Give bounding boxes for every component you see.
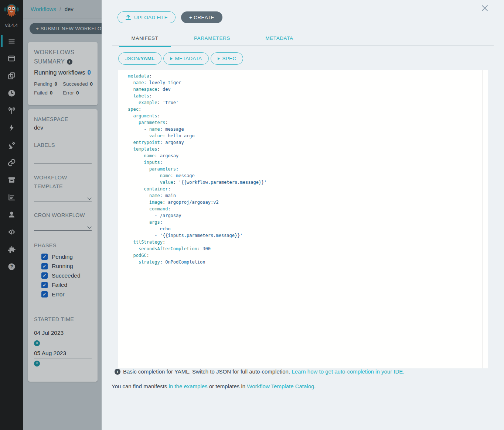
- phase-succeeded[interactable]: ✓Succeeded: [41, 271, 92, 281]
- started-time-label: STARTED TIME: [34, 315, 92, 324]
- modal-tabs: MANIFEST PARAMETERS METADATA: [119, 32, 321, 47]
- phases-label: PHASES: [34, 241, 92, 250]
- metadata-collapse-button[interactable]: METADATA: [163, 52, 209, 65]
- clock-icon: [7, 89, 16, 97]
- clear-end-date-button[interactable]: ×: [34, 361, 40, 367]
- namespace-label: NAMESPACE: [34, 115, 92, 124]
- rail-item-help[interactable]: ?: [0, 258, 23, 275]
- yaml-editor[interactable]: metadata: name: lovely-tiger namespace: …: [118, 70, 488, 368]
- yaml-editor-content: metadata: name: lovely-tiger namespace: …: [118, 70, 488, 265]
- close-modal-button[interactable]: [481, 4, 489, 13]
- box-icon: [7, 54, 16, 63]
- create-workflow-modal: UPLOAD FILE + CREATE MANIFEST PARAMETERS…: [102, 0, 504, 430]
- manifest-sources-note: You can find manifests in the examples o…: [112, 383, 316, 389]
- clear-start-date-button[interactable]: ×: [34, 340, 40, 346]
- tab-manifest[interactable]: MANIFEST: [119, 32, 171, 47]
- running-workflows-count: 0: [87, 69, 91, 76]
- checkbox-checked-icon[interactable]: ✓: [41, 263, 48, 269]
- workflow-template-catalog-link[interactable]: Workflow Template Catalog: [247, 383, 314, 389]
- manifest-subcontrols: JSON/YAML METADATA SPEC: [118, 52, 245, 65]
- link-icon: [7, 158, 16, 167]
- rail-item-cluster-workflow-templates[interactable]: [0, 67, 23, 85]
- stat-failed: Failed0: [34, 89, 63, 97]
- rail-item-event-flow[interactable]: [0, 102, 23, 119]
- breadcrumb-separator: /: [59, 6, 61, 13]
- rail-item-plugins[interactable]: [0, 241, 23, 258]
- filters-card: NAMESPACE dev LABELS WORKFLOW TEMPLATE C…: [28, 109, 98, 382]
- rail-item-events[interactable]: [0, 119, 23, 137]
- cron-workflow-select[interactable]: [34, 221, 92, 231]
- end-date-input[interactable]: 05 Aug 2023: [34, 350, 92, 358]
- rail-item-event-bus[interactable]: [0, 154, 23, 171]
- close-icon: [481, 4, 488, 12]
- code-icon: [7, 228, 16, 236]
- chevron-right-icon: [170, 57, 173, 60]
- tabs-divider: [112, 45, 494, 46]
- start-date-input[interactable]: 04 Jul 2023: [34, 330, 92, 338]
- examples-link[interactable]: in the examples: [169, 383, 208, 389]
- ide-autocompletion-link[interactable]: Learn how to get auto-completion in your…: [292, 368, 404, 375]
- broadcast-icon: [7, 106, 16, 115]
- left-shell: v3.4.4: [0, 0, 102, 430]
- upload-icon: [125, 14, 131, 20]
- running-workflows-label: Running workflows: [34, 69, 85, 76]
- argo-logo[interactable]: v3.4.4: [0, 0, 23, 28]
- checkbox-checked-icon[interactable]: ✓: [41, 254, 48, 260]
- chevron-down-icon: [87, 196, 91, 200]
- satellite-dish-icon: [7, 141, 16, 149]
- phase-running[interactable]: ✓Running: [41, 262, 92, 271]
- puzzle-icon: [7, 245, 16, 254]
- argo-octopus-icon: [3, 3, 20, 21]
- nav-rail: v3.4.4: [0, 0, 23, 430]
- phase-failed[interactable]: ✓Failed: [41, 281, 92, 290]
- tab-metadata[interactable]: METADATA: [253, 32, 305, 47]
- checkbox-checked-icon[interactable]: ✓: [41, 291, 48, 297]
- list-icon: [7, 37, 16, 45]
- rail-item-archived-workflows[interactable]: [0, 171, 23, 189]
- filter-drawer: Workflows / dev + SUBMIT NEW WORKFLOW WO…: [23, 0, 102, 430]
- summary-stats: Pending0 Succeeded0 Failed0 Error0: [34, 80, 92, 97]
- modal-toolbar: UPLOAD FILE + CREATE: [118, 11, 222, 23]
- checkbox-checked-icon[interactable]: ✓: [41, 272, 48, 279]
- rail-item-cron-workflows[interactable]: [0, 85, 23, 102]
- help-icon: ?: [7, 262, 16, 271]
- phase-pending[interactable]: ✓Pending: [41, 252, 92, 262]
- user-icon: [7, 210, 16, 219]
- phase-error[interactable]: ✓Error: [41, 290, 92, 299]
- breadcrumb: Workflows / dev: [23, 0, 102, 18]
- breadcrumb-workflows-link[interactable]: Workflows: [31, 6, 56, 12]
- rail-item-reports[interactable]: [0, 189, 23, 206]
- chevron-right-icon: [218, 57, 220, 60]
- bolt-icon: [7, 124, 16, 132]
- breadcrumb-namespace: dev: [65, 6, 74, 12]
- rail-nav: ?: [0, 32, 23, 275]
- chart-icon: [7, 193, 16, 202]
- editor-scrollbar[interactable]: [483, 70, 483, 368]
- json-yaml-toggle[interactable]: JSON/YAML: [118, 52, 161, 65]
- info-icon[interactable]: i: [67, 59, 72, 65]
- tab-parameters[interactable]: PARAMETERS: [186, 32, 238, 47]
- namespace-value[interactable]: dev: [34, 124, 92, 132]
- labels-input[interactable]: [34, 154, 92, 164]
- workflows-summary-card: WORKFLOWS SUMMARYi Running workflows0 Pe…: [28, 42, 98, 105]
- app-version: v3.4.4: [0, 23, 23, 28]
- rail-item-workflows[interactable]: [0, 32, 23, 50]
- stat-succeeded: Succeeded0: [63, 80, 92, 89]
- checkbox-checked-icon[interactable]: ✓: [41, 282, 48, 288]
- rail-item-sensors[interactable]: [0, 137, 23, 154]
- workflow-template-select[interactable]: [34, 192, 92, 202]
- stat-error: Error0: [63, 89, 92, 97]
- spec-collapse-button[interactable]: SPEC: [211, 52, 243, 65]
- upload-file-button[interactable]: UPLOAD FILE: [118, 11, 176, 23]
- labels-label: LABELS: [34, 141, 92, 149]
- stat-pending: Pending0: [34, 80, 63, 89]
- info-icon: i: [115, 369, 120, 375]
- phase-filter-list: ✓Pending ✓Running ✓Succeeded ✓Failed ✓Er…: [41, 252, 92, 299]
- chevron-down-icon: [87, 224, 91, 228]
- rail-item-workflow-templates[interactable]: [0, 50, 23, 67]
- completion-hint: i Basic completion for YAML. Switch to J…: [115, 368, 404, 375]
- rail-item-api-docs[interactable]: [0, 223, 23, 241]
- create-button[interactable]: + CREATE: [181, 11, 222, 23]
- rail-item-user[interactable]: [0, 206, 23, 223]
- archive-icon: [7, 176, 16, 184]
